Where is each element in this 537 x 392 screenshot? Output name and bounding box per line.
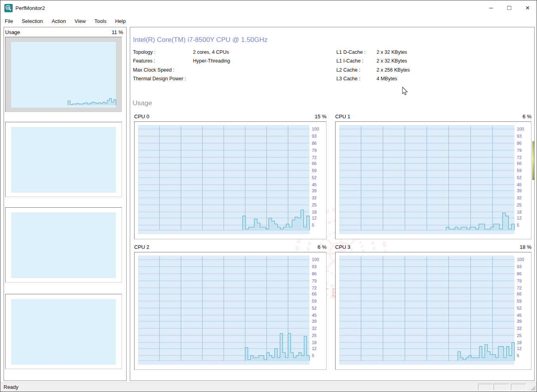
cpu1-percent: 6 % xyxy=(523,114,531,119)
resize-grip-icon[interactable] xyxy=(530,385,536,391)
usage-history-panel-3[interactable] xyxy=(5,207,122,282)
svg-text:52: 52 xyxy=(517,175,522,180)
cpu-name-title: Intel(R) Core(TM) i7-8500Y CPU @ 1.50GHz xyxy=(133,36,268,44)
cpu0-chart-box: 100938679726659524539322518125 xyxy=(134,121,326,239)
svg-text:25: 25 xyxy=(312,203,317,207)
cpu0-label: CPU 0 xyxy=(134,114,149,119)
svg-text:93: 93 xyxy=(517,134,522,138)
svg-text:52: 52 xyxy=(517,306,522,311)
usage-history-panel-1[interactable] xyxy=(5,37,122,112)
l2-value: 2 x 256 KBytes xyxy=(376,67,410,73)
usage-mini-chart-1 xyxy=(6,37,121,112)
svg-text:45: 45 xyxy=(312,182,317,187)
mouse-cursor-icon xyxy=(402,87,408,96)
usage-section-title: Usage xyxy=(133,99,152,107)
info-row-l1i: L1 I-Cache : 2 x 32 KBytes xyxy=(336,58,407,64)
svg-text:93: 93 xyxy=(312,264,317,269)
svg-text:86: 86 xyxy=(312,141,317,146)
info-row-tdp: Thermal Design Power : xyxy=(133,76,192,81)
l1i-value: 2 x 32 KBytes xyxy=(376,58,407,64)
svg-text:93: 93 xyxy=(312,134,317,138)
app-icon xyxy=(4,4,13,12)
svg-text:59: 59 xyxy=(312,299,317,303)
menu-bar: File Selection Action View Tools Help xyxy=(0,15,537,27)
tdp-label: Thermal Design Power : xyxy=(133,76,192,81)
l2-label: L2 Cache : xyxy=(336,67,375,73)
title-bar: PerfMonitor2 ─ □ ✕ xyxy=(0,0,537,15)
app-window: PerfMonitor2 ─ □ ✕ File Selection Action… xyxy=(0,0,537,392)
svg-text:66: 66 xyxy=(312,292,317,296)
svg-text:12: 12 xyxy=(312,216,317,220)
l1d-value: 2 x 32 KBytes xyxy=(376,49,407,55)
svg-text:25: 25 xyxy=(517,203,522,207)
svg-text:100: 100 xyxy=(312,257,319,262)
svg-text:100: 100 xyxy=(312,127,319,131)
sidebar-usage-percent: 11 % xyxy=(112,29,123,35)
max-clock-label: Max Clock Speed : xyxy=(133,67,192,73)
svg-text:45: 45 xyxy=(517,313,522,318)
svg-text:12: 12 xyxy=(312,346,317,351)
menu-help[interactable]: Help xyxy=(111,15,130,27)
svg-text:39: 39 xyxy=(312,319,317,324)
svg-text:32: 32 xyxy=(312,195,317,200)
features-label: Features : xyxy=(133,58,192,64)
usage-mini-chart-2 xyxy=(6,122,121,197)
cpu3-chart-box: 100938679726659524539322518125 xyxy=(335,252,531,370)
svg-text:72: 72 xyxy=(517,155,522,160)
menu-view[interactable]: View xyxy=(70,15,90,27)
cpu3-usage-chart: 100938679726659524539322518125 xyxy=(336,252,531,369)
usage-history-panel-2[interactable] xyxy=(5,122,122,197)
status-bar: Ready xyxy=(0,382,537,392)
cpu2-chart-box: 100938679726659524539322518125 xyxy=(134,252,326,370)
svg-text:72: 72 xyxy=(517,286,522,290)
svg-text:32: 32 xyxy=(517,195,522,200)
svg-text:52: 52 xyxy=(312,175,317,180)
cpu1-chart-box: 100938679726659524539322518125 xyxy=(335,121,531,239)
info-row-l1d: L1 D-Cache : 2 x 32 KBytes xyxy=(336,49,407,55)
svg-text:18: 18 xyxy=(312,340,317,345)
svg-text:45: 45 xyxy=(517,182,522,187)
svg-text:72: 72 xyxy=(312,155,317,160)
usage-mini-chart-4 xyxy=(6,294,121,369)
svg-text:59: 59 xyxy=(517,168,522,173)
status-cell-1 xyxy=(478,384,492,390)
cpu2-usage-chart: 100938679726659524539322518125 xyxy=(135,252,326,369)
usage-mini-chart-3 xyxy=(6,208,121,282)
svg-text:32: 32 xyxy=(517,326,522,331)
svg-text:25: 25 xyxy=(312,333,317,338)
svg-text:86: 86 xyxy=(517,141,522,146)
cpu2-header: CPU 2 6 % xyxy=(134,244,326,250)
cpu0-usage-chart: 100938679726659524539322518125 xyxy=(135,122,326,239)
l3-value: 4 MBytes xyxy=(376,76,397,81)
svg-text:79: 79 xyxy=(517,278,522,283)
svg-text:39: 39 xyxy=(517,319,522,324)
menu-tools[interactable]: Tools xyxy=(90,15,111,27)
svg-text:5: 5 xyxy=(312,353,314,358)
cpu3-header: CPU 3 18 % xyxy=(335,244,531,250)
info-row-max-clock: Max Clock Speed : xyxy=(133,67,192,73)
svg-text:66: 66 xyxy=(517,161,522,166)
menu-file[interactable]: File xyxy=(0,15,17,27)
edge-artifact xyxy=(532,141,534,180)
cpu1-label: CPU 1 xyxy=(335,114,350,119)
info-row-topology: Topology : 2 cores, 4 CPUs xyxy=(133,49,229,55)
close-button[interactable]: ✕ xyxy=(518,0,537,15)
svg-text:93: 93 xyxy=(517,264,522,269)
maximize-button[interactable]: □ xyxy=(500,0,518,15)
svg-text:39: 39 xyxy=(312,188,317,193)
svg-text:39: 39 xyxy=(517,188,522,193)
svg-text:18: 18 xyxy=(517,340,522,345)
info-row-features: Features : Hyper-Threading xyxy=(133,58,230,64)
status-cell-3 xyxy=(511,384,526,390)
usage-history-panel-4[interactable] xyxy=(5,294,122,369)
svg-text:86: 86 xyxy=(312,271,317,276)
svg-text:66: 66 xyxy=(312,161,317,166)
menu-action[interactable]: Action xyxy=(47,15,70,27)
svg-text:100: 100 xyxy=(517,127,524,131)
menu-selection[interactable]: Selection xyxy=(17,15,47,27)
svg-text:79: 79 xyxy=(312,278,317,283)
svg-text:79: 79 xyxy=(517,148,522,153)
minimize-button[interactable]: ─ xyxy=(482,0,500,15)
info-row-l3: L3 Cache : 4 MBytes xyxy=(336,76,397,81)
topology-value: 2 cores, 4 CPUs xyxy=(193,49,229,55)
